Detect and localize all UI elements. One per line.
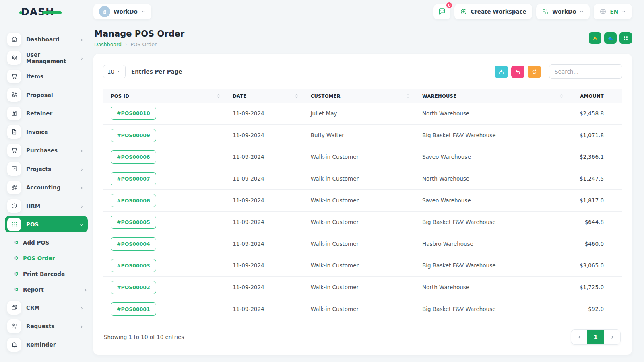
sidebar-item-label: Reminder (26, 341, 84, 348)
pos-id-badge[interactable]: #POS00009 (111, 129, 156, 142)
sidebar-subitem-pos-order[interactable]: POS Order (5, 250, 88, 266)
sidebar-subitem-report[interactable]: Report (5, 282, 88, 297)
workspace-dropdown[interactable]: WorkDo (536, 4, 590, 19)
pos-order-table: POS ID DATE CUSTOMER WAREHOUSE AMOUNT #P… (103, 89, 622, 320)
warehouse-cell: North Warehouse (415, 103, 568, 124)
create-workspace-label: Create Workspace (471, 8, 526, 15)
pos-id-badge[interactable]: #POS00005 (111, 216, 156, 229)
date-cell: 11-09-2024 (225, 255, 303, 276)
swap-icon (7, 88, 21, 102)
messages-button[interactable]: 0 (433, 4, 450, 19)
chevron-left-icon (577, 335, 582, 339)
breadcrumb-dashboard-link[interactable]: Dashboard (94, 41, 122, 47)
grid-view-button[interactable] (619, 32, 632, 44)
table-row: #POS0001011-09-2024Juliet MayNorth Wareh… (103, 103, 622, 124)
chevron-down-icon (579, 9, 584, 14)
search-input[interactable] (549, 64, 622, 79)
date-cell: 11-09-2024 (225, 168, 303, 189)
table-row: #POS0000511-09-2024Walk-in CustomerBig B… (103, 211, 622, 233)
workspace-avatar (99, 6, 110, 17)
sidebar-item-user-management[interactable]: User Management (5, 49, 88, 66)
logo-bar-icon (42, 11, 62, 14)
column-header-date[interactable]: DATE (225, 89, 303, 103)
language-dropdown[interactable]: EN (594, 4, 632, 19)
chevron-down-icon (141, 9, 146, 14)
table-row: #POS0000311-09-2024Walk-in CustomerBig B… (103, 255, 622, 276)
date-cell: 11-09-2024 (225, 298, 303, 320)
pagination-next-button[interactable] (604, 330, 620, 344)
pos-id-badge[interactable]: #POS00010 (111, 107, 156, 120)
refresh-button[interactable] (528, 66, 541, 78)
export-download-button[interactable] (495, 66, 508, 78)
grid-plus-icon (542, 8, 549, 15)
grid-icon (623, 35, 629, 41)
sidebar: DashboardUser ManagementItemsProposalRet… (0, 23, 93, 362)
pos-id-badge[interactable]: #POS00002 (111, 281, 156, 294)
sidebar-item-crm[interactable]: CRM (5, 299, 88, 316)
pos-id-badge[interactable]: #POS00001 (111, 302, 156, 316)
customer-cell: Walk-in Customer (303, 298, 415, 320)
warehouse-cell: North Warehouse (415, 168, 568, 189)
sidebar-item-label: Projects (26, 166, 74, 172)
sidebar-item-items[interactable]: Items (5, 68, 88, 84)
column-header-warehouse[interactable]: WAREHOUSE (415, 89, 568, 103)
sidebar-item-proposal[interactable]: Proposal (5, 86, 88, 103)
sidebar-subitem-add-pos[interactable]: Add POS (5, 234, 88, 250)
sidebar-item-retainer[interactable]: Retainer (5, 105, 88, 121)
customer-cell: Walk-in Customer (303, 255, 415, 276)
pos-id-badge[interactable]: #POS00006 (111, 194, 156, 207)
sidebar-subitem-print-barcode[interactable]: Print Barcode (5, 266, 88, 282)
create-workspace-button[interactable]: Create Workspace (454, 4, 532, 19)
amount-cell: $3,065.0 (568, 255, 622, 276)
sidebar-item-pos[interactable]: POS (5, 216, 88, 232)
pagination-page-1[interactable]: 1 (587, 330, 604, 344)
table-row: #POS0000811-09-2024Walk-in CustomerSaveo… (103, 146, 622, 168)
brand-logo[interactable]: DASH (0, 6, 93, 18)
pos-id-badge[interactable]: #POS00003 (111, 259, 156, 272)
pagination: 1 (571, 329, 621, 345)
pos-id-badge[interactable]: #POS00007 (111, 172, 156, 185)
page-title: Manage POS Order (94, 29, 184, 39)
customer-cell: Walk-in Customer (303, 276, 415, 298)
sidebar-item-hrm[interactable]: HRM (5, 197, 88, 214)
breadcrumb-current: POS Order (130, 41, 157, 47)
entries-per-page-select[interactable]: 10 (103, 65, 126, 78)
chevron-right-icon (79, 148, 84, 152)
chevron-down-icon (621, 9, 626, 14)
logo-dot-icon (19, 11, 22, 14)
warehouse-cell: North Warehouse (415, 276, 568, 298)
column-header-customer[interactable]: CUSTOMER (303, 89, 415, 103)
sidebar-item-invoice[interactable]: Invoice (5, 123, 88, 140)
sidebar-item-requests[interactable]: Requests (5, 318, 88, 334)
sidebar-item-dashboard[interactable]: Dashboard (5, 31, 88, 47)
sidebar-item-purchases[interactable]: Purchases (5, 142, 88, 158)
pos-id-badge[interactable]: #POS00004 (111, 237, 156, 251)
chevron-right-icon (79, 167, 84, 171)
onedrive-button[interactable] (604, 32, 617, 44)
onedrive-icon (607, 35, 614, 41)
top-header: DASH WorkDo 0 Create Workspace WorkDo EN (0, 0, 644, 23)
chevron-right-icon (79, 204, 84, 208)
warehouse-cell: Big Basket F&V Warehouse (415, 298, 568, 320)
workspace-selector[interactable]: WorkDo (93, 4, 151, 19)
column-header-amount[interactable]: AMOUNT (568, 89, 622, 103)
warehouse-cell: Saveo Warehouse (415, 146, 568, 168)
column-header-pos-id[interactable]: POS ID (103, 89, 225, 103)
undo-icon (515, 69, 521, 75)
globe-icon (599, 8, 607, 15)
chevron-right-icon (79, 37, 84, 41)
google-drive-icon (592, 35, 599, 41)
pos-id-badge[interactable]: #POS00008 (111, 150, 156, 164)
undo-button[interactable] (511, 66, 524, 78)
warehouse-cell: Saveo Warehouse (415, 189, 568, 211)
pagination-prev-button[interactable] (571, 330, 587, 344)
sidebar-item-reminder[interactable]: Reminder (5, 336, 88, 353)
sidebar-item-projects[interactable]: Projects (5, 160, 88, 177)
chevron-right-icon (83, 287, 88, 292)
google-drive-button[interactable] (589, 32, 601, 44)
user-plus-icon (7, 319, 21, 333)
date-cell: 11-09-2024 (225, 276, 303, 298)
sidebar-item-accounting[interactable]: Accounting (5, 179, 88, 195)
sidebar-item-label: Dashboard (26, 36, 74, 43)
cart-icon (7, 70, 21, 83)
